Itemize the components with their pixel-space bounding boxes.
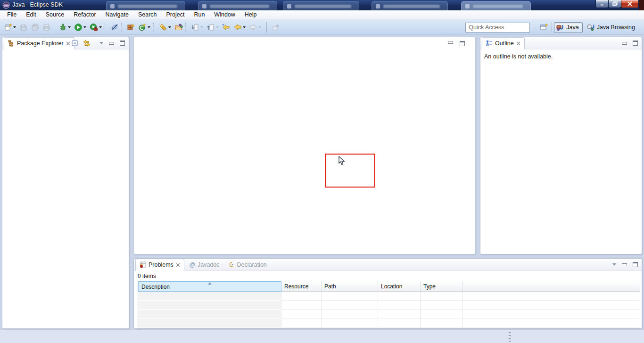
tab-javadoc[interactable]: @ Javadoc <box>186 259 223 270</box>
problems-items-count: 0 items <box>138 273 156 279</box>
menu-refactor[interactable]: Refactor <box>69 10 100 19</box>
declaration-icon <box>229 261 235 268</box>
print-button[interactable] <box>41 22 52 33</box>
problems-icon <box>140 261 146 268</box>
editor-area[interactable] <box>133 37 476 254</box>
minimize-view-icon[interactable] <box>622 42 627 45</box>
outline-header: Outline <box>480 37 642 49</box>
perspective-java-button[interactable]: Java <box>554 22 582 33</box>
minimize-window-button[interactable] <box>595 0 609 8</box>
toolbar-separator <box>53 23 56 32</box>
menu-source[interactable]: Source <box>41 10 69 19</box>
outline-icon <box>486 40 493 47</box>
outline-message: An outline is not available. <box>480 49 642 64</box>
close-icon[interactable] <box>176 263 180 267</box>
minimize-editor-icon[interactable] <box>448 41 453 44</box>
outline-view: Outline An outline is not available. <box>480 37 642 254</box>
package-explorer-icon <box>8 40 15 47</box>
statusbar-drag-handle[interactable] <box>509 332 511 342</box>
toolbar-divider <box>552 22 552 33</box>
restore-window-button[interactable] <box>608 0 621 8</box>
save-all-button[interactable] <box>29 22 41 33</box>
table-row <box>138 292 640 301</box>
tab-problems[interactable]: Problems <box>135 259 184 271</box>
close-window-button[interactable] <box>621 0 639 8</box>
column-header-filler <box>463 281 640 292</box>
menu-edit[interactable]: Edit <box>21 10 41 19</box>
new-java-project-button[interactable] <box>125 22 137 33</box>
toolbar-separator <box>185 23 188 32</box>
toolbar-right-cluster: Java Java Browsing <box>465 21 638 33</box>
debug-button[interactable] <box>57 22 68 33</box>
collapse-all-icon[interactable] <box>71 39 79 47</box>
open-task-button[interactable] <box>173 22 184 33</box>
view-menu-icon[interactable] <box>99 42 103 44</box>
maximize-view-icon[interactable] <box>120 41 125 46</box>
run-dropdown[interactable] <box>83 26 86 28</box>
run-external-tools-dropdown[interactable] <box>99 26 102 28</box>
view-menu-icon[interactable] <box>612 263 616 266</box>
next-annotation-dropdown[interactable] <box>200 26 203 28</box>
maximize-view-icon[interactable] <box>633 41 638 46</box>
quick-access-input[interactable] <box>465 23 530 33</box>
open-element-icon[interactable] <box>109 22 120 33</box>
previous-annotation-dropdown[interactable] <box>216 26 219 28</box>
problems-header: Problems @ Javadoc Declaration <box>134 259 642 271</box>
table-row <box>138 301 640 310</box>
back-button[interactable] <box>232 22 243 33</box>
open-perspective-button[interactable] <box>538 22 550 33</box>
close-icon[interactable] <box>66 41 70 46</box>
menu-project[interactable]: Project <box>162 10 190 19</box>
save-button[interactable] <box>18 22 29 33</box>
forward-button[interactable] <box>248 22 259 33</box>
menu-help[interactable]: Help <box>240 10 262 19</box>
search-dropdown[interactable] <box>168 26 171 28</box>
column-header-description[interactable]: Description <box>138 281 281 292</box>
maximize-editor-icon[interactable] <box>460 41 465 46</box>
new-wizard-button[interactable] <box>2 22 14 33</box>
menu-navigate[interactable]: Navigate <box>101 10 133 19</box>
menu-window[interactable]: Window <box>209 10 239 19</box>
next-annotation-button[interactable] <box>190 22 201 33</box>
toolbar-separator <box>533 23 536 32</box>
tab-outline-label: Outline <box>495 40 514 47</box>
tab-outline[interactable]: Outline <box>482 37 525 49</box>
background-browser-tab <box>198 1 277 10</box>
new-java-class-button[interactable] <box>137 22 148 33</box>
new-java-class-dropdown[interactable] <box>148 26 150 28</box>
menu-search[interactable]: Search <box>133 10 162 19</box>
last-edit-location-button[interactable] <box>221 22 232 33</box>
tab-package-explorer-label: Package Explorer <box>17 40 64 47</box>
run-button[interactable] <box>73 22 84 33</box>
menu-file[interactable]: File <box>2 10 21 19</box>
previous-annotation-button[interactable] <box>205 22 216 33</box>
column-header-path[interactable]: Path <box>322 281 378 292</box>
eclipse-logo-icon <box>2 1 10 9</box>
maximize-view-icon[interactable] <box>633 262 638 267</box>
menu-run[interactable]: Run <box>189 10 209 19</box>
column-header-resource[interactable]: Resource <box>281 281 322 292</box>
close-icon[interactable] <box>516 41 520 46</box>
restore-editor-button[interactable] <box>270 22 281 33</box>
background-browser-tab <box>106 1 185 10</box>
back-dropdown[interactable] <box>243 26 246 28</box>
screen-edge <box>639 0 644 10</box>
package-explorer-header: Package Explorer <box>2 37 129 49</box>
column-header-type[interactable]: Type <box>421 281 463 292</box>
run-external-tools-button[interactable] <box>88 22 99 33</box>
new-wizard-dropdown[interactable] <box>13 26 16 28</box>
background-browser-tab <box>461 1 531 10</box>
column-header-location[interactable]: Location <box>378 281 421 292</box>
link-with-editor-icon[interactable] <box>83 40 91 47</box>
forward-dropdown[interactable] <box>258 26 261 28</box>
tab-declaration[interactable]: Declaration <box>225 259 271 270</box>
perspective-java-browsing-button[interactable]: Java Browsing <box>585 22 638 33</box>
perspective-java-label: Java <box>566 24 578 31</box>
tab-package-explorer[interactable]: Package Explorer <box>4 37 74 49</box>
minimize-view-icon[interactable] <box>109 42 114 45</box>
debug-dropdown[interactable] <box>68 26 71 28</box>
search-button[interactable] <box>157 22 169 33</box>
window-title: Java - Eclipse SDK <box>12 1 63 8</box>
minimize-view-icon[interactable] <box>622 263 627 266</box>
menubar: File Edit Source Refactor Navigate Searc… <box>0 10 644 20</box>
